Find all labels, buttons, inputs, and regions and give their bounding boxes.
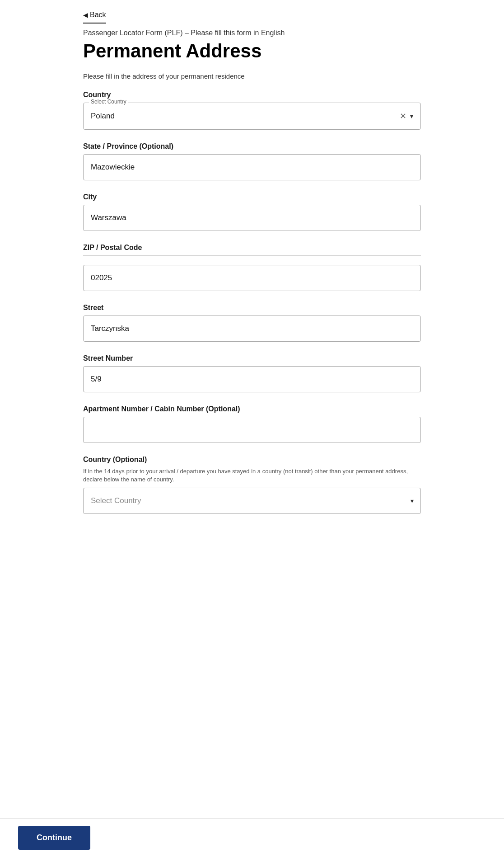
form-subtitle: Passenger Locator Form (PLF) – Please fi… [83,29,421,37]
state-label: State / Province (Optional) [83,142,421,151]
select-icons: ✕ ▾ [400,112,413,120]
back-arrow-icon: ◀ [83,11,88,19]
country-optional-field-group: Country (Optional) If in the 14 days pri… [83,456,421,513]
divider [83,255,421,256]
clear-icon[interactable]: ✕ [400,112,406,120]
country-field-group: Country Select Country Poland ✕ ▾ [83,91,421,130]
street-number-label: Street Number [83,354,421,363]
city-input[interactable] [83,205,421,231]
country-optional-label: Country (Optional) [83,456,421,464]
chevron-down-icon: ▾ [410,113,413,119]
apartment-label: Apartment Number / Cabin Number (Optiona… [83,405,421,413]
page-title: Permanent Address [83,41,421,61]
country-optional-select[interactable]: Select Country [83,488,421,514]
apartment-field-group: Apartment Number / Cabin Number (Optiona… [83,405,421,443]
apartment-input[interactable] [83,417,421,443]
zip-label: ZIP / Postal Code [83,244,421,252]
street-number-field-group: Street Number [83,354,421,392]
state-input[interactable] [83,154,421,180]
country-select-wrapper[interactable]: Select Country Poland ✕ ▾ [83,103,421,130]
country-optional-sublabel: If in the 14 days prior to your arrival … [83,467,421,484]
back-button[interactable]: ◀ Back [83,7,106,24]
country-optional-dropdown-wrapper[interactable]: Select Country ▾ [83,488,421,514]
country-select-value: Poland [91,112,400,121]
zip-field-group: ZIP / Postal Code [83,244,421,291]
country-label: Country [83,91,421,99]
state-field-group: State / Province (Optional) [83,142,421,180]
page-description: Please fill in the address of your perma… [83,72,421,80]
city-label: City [83,193,421,201]
city-field-group: City [83,193,421,231]
street-number-input[interactable] [83,366,421,392]
street-input[interactable] [83,315,421,342]
back-label: Back [90,11,106,19]
country-select-label: Select Country [89,99,128,105]
street-label: Street [83,304,421,312]
street-field-group: Street [83,304,421,342]
zip-input[interactable] [83,265,421,291]
